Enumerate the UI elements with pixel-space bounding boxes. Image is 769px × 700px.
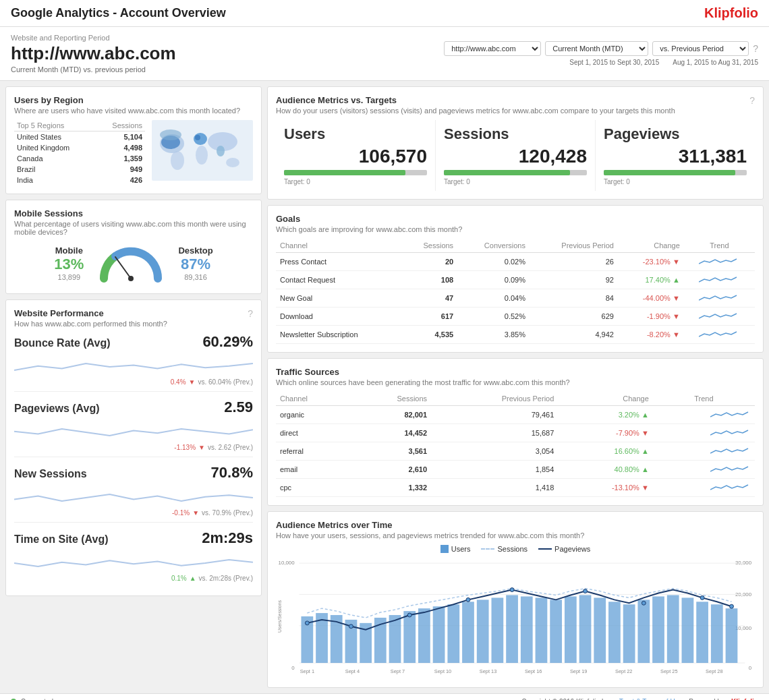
svg-point-60 (583, 589, 588, 593)
sparkline-svg (14, 550, 253, 570)
perf-change: -1.13% (174, 444, 196, 451)
goal-prev: 92 (530, 271, 618, 289)
help-icon[interactable]: ? (753, 43, 758, 54)
comparison-select[interactable]: vs. Previous Period (652, 41, 749, 56)
left-column: Users by Region Where are users who have… (5, 86, 262, 688)
goals-conversions-header: Conversions (457, 239, 530, 253)
svg-point-4 (196, 146, 208, 165)
region-content: Top 5 Regions Sessions United States5,10… (14, 120, 253, 185)
traffic-trend (653, 406, 755, 424)
header-dates: Sept 1, 2015 to Sept 30, 2015 Aug 1, 201… (569, 59, 758, 66)
goal-trend (684, 271, 755, 289)
perf-row: Pageviews (Avg) 2.59 (14, 399, 253, 416)
goals-row: Contact Request 108 0.09% 92 17.40% ▲ (276, 271, 755, 289)
header-left: Website and Reporting Period http://www.… (11, 34, 176, 74)
svg-text:Sept 22: Sept 22 (615, 668, 632, 674)
svg-text:0: 0 (291, 665, 295, 671)
mobile-sessions-card: Mobile Sessions What percentage of users… (5, 200, 262, 294)
svg-rect-36 (462, 602, 474, 663)
goal-change: 17.40% ▲ (618, 271, 684, 289)
perf-prev: vs. 2m:28s (Prev.) (199, 575, 253, 582)
goal-conversions: 0.52% (457, 308, 530, 326)
metric-block: Pageviews 311,381 Target: 0 (596, 120, 755, 191)
audience-metrics-title: Audience Metrics vs. Targets (276, 95, 675, 105)
traffic-change: 16.60% ▲ (558, 442, 653, 461)
svg-rect-53 (711, 604, 723, 663)
traffic-channel: cpc (276, 479, 351, 497)
perf-change-row: -1.13% ▼ vs. 2.62 (Prev.) (14, 444, 253, 451)
right-column: Audience Metrics vs. Targets How do your… (267, 86, 764, 688)
traffic-change: -7.90% ▼ (558, 424, 653, 442)
metric-target: Target: 0 (444, 178, 587, 185)
traffic-sessions: 1,332 (351, 479, 431, 497)
svg-point-61 (642, 601, 646, 605)
svg-point-2 (171, 151, 184, 170)
traffic-trend (653, 461, 755, 479)
mobile-count: 13,899 (54, 273, 84, 281)
perf-prev: vs. 60.04% (Prev.) (198, 378, 253, 386)
region-sessions: 5,104 (95, 132, 145, 143)
traffic-sources-subtitle: Which online sources have been generatin… (276, 378, 755, 386)
sparkline-svg (14, 419, 253, 439)
goals-card: Goals Which goals are improving for www.… (267, 205, 764, 353)
svg-point-6 (217, 146, 225, 156)
perf-change: -0.1% (172, 509, 190, 517)
svg-point-63 (730, 604, 734, 608)
desktop-label: Desktop (178, 245, 212, 256)
header-subtitle: Current Month (MTD) vs. previous period (11, 65, 176, 74)
perf-change-row: 0.4% ▼ vs. 60.04% (Prev.) (14, 378, 253, 386)
svg-text:Sept 28: Sept 28 (706, 668, 722, 674)
svg-rect-49 (652, 596, 664, 663)
sessions-col-header: Sessions (95, 120, 145, 132)
region-name: India (14, 175, 95, 185)
traffic-prev: 1,854 (431, 461, 558, 479)
desktop-count: 89,316 (178, 273, 212, 281)
metric-block: Sessions 120,428 Target: 0 (436, 120, 596, 191)
goal-trend (684, 253, 755, 271)
metric-type: Users (284, 125, 427, 143)
traffic-change: 3.20% ▲ (558, 406, 653, 424)
traffic-channel: referral (276, 442, 351, 461)
info-icon[interactable]: ? (248, 308, 253, 319)
traffic-sessions: 3,561 (351, 442, 431, 461)
svg-text:Sept 19: Sept 19 (570, 668, 587, 674)
mobile-label-block: Mobile 13% 13,899 (54, 245, 84, 281)
traffic-sources-card: Traffic Sources Which online sources hav… (267, 358, 764, 506)
audience-metrics-card: Audience Metrics vs. Targets How do your… (267, 86, 764, 200)
svg-rect-38 (492, 597, 504, 663)
metric-number: 120,428 (444, 146, 587, 167)
svg-rect-43 (565, 596, 577, 663)
traffic-change: -13.10% ▼ (558, 479, 653, 497)
goal-prev: 629 (530, 308, 618, 326)
klipfolio-logo: Klipfolio (704, 5, 758, 21)
svg-point-55 (305, 621, 309, 625)
region-row: India426 (14, 175, 145, 185)
metrics-row: Users 106,570 Target: 0 Sessions 120,428… (276, 120, 755, 191)
traffic-sources-title: Traffic Sources (276, 367, 755, 377)
period-select[interactable]: Current Month (MTD) (545, 41, 648, 56)
audience-metrics-subtitle: How do your users (visitors) sessions (v… (276, 107, 675, 115)
traffic-prev-header: Previous Period (431, 392, 558, 406)
traffic-sessions: 14,452 (351, 424, 431, 442)
svg-rect-37 (477, 600, 489, 663)
svg-rect-48 (637, 600, 650, 663)
goals-prev-header: Previous Period (530, 239, 618, 253)
goal-change: -1.90% ▼ (618, 308, 684, 326)
svg-point-57 (407, 613, 411, 617)
audience-info-icon[interactable]: ? (749, 95, 755, 120)
perf-value: 2.59 (224, 399, 253, 416)
region-name: Brazil (14, 164, 95, 175)
svg-point-59 (510, 588, 514, 592)
perf-change-row: -0.1% ▼ vs. 70.9% (Prev.) (14, 509, 253, 517)
goal-sessions: 4,535 (401, 326, 457, 344)
goals-row: Newsletter Subscription 4,535 3.85% 4,94… (276, 326, 755, 344)
traffic-change-header: Change (558, 392, 653, 406)
svg-text:Sept 25: Sept 25 (660, 668, 677, 674)
goal-change: -23.10% ▼ (618, 253, 684, 271)
perf-value: 70.8% (211, 464, 253, 482)
legend-sessions: Sessions (481, 545, 528, 553)
traffic-row: organic 82,001 79,461 3.20% ▲ (276, 406, 755, 424)
site-select[interactable]: http://www.abc.com (444, 41, 541, 56)
pageviews-legend-line (538, 548, 552, 550)
traffic-sessions: 2,610 (351, 461, 431, 479)
